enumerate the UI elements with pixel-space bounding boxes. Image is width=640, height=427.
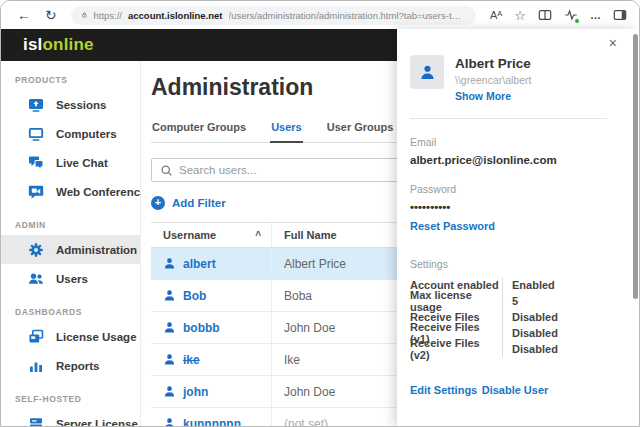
- sidebar-section-products: PRODUCTS: [1, 61, 140, 90]
- column-header-fullname-label: Full Name: [284, 229, 337, 241]
- url-host: account.islonline.net: [128, 10, 223, 21]
- user-icon: [163, 321, 176, 334]
- fullname-text: Boba: [284, 289, 312, 303]
- sidebar-item-label: Sessions: [56, 99, 107, 111]
- username-cell[interactable]: Bob: [151, 280, 271, 311]
- address-bar[interactable]: https://account.islonline.net/users/admi…: [71, 6, 476, 25]
- browser-essentials-icon[interactable]: [564, 8, 578, 22]
- sidebar-item-computers[interactable]: Computers: [1, 119, 140, 148]
- setting-value: Disabled: [502, 341, 558, 357]
- url-path: /users/administration/administration.htm…: [229, 10, 467, 21]
- username-cell[interactable]: kunnnnnn: [151, 408, 271, 427]
- vertical-scrollbar[interactable]: [632, 29, 638, 426]
- panel-user-name: Albert Price: [455, 56, 531, 71]
- close-icon[interactable]: ×: [609, 36, 617, 50]
- favorite-star-icon[interactable]: ☆: [514, 9, 526, 22]
- avatar: [410, 55, 444, 89]
- table-row[interactable]: Bob Boba: [151, 280, 431, 312]
- password-masked-value: ••••••••••: [410, 201, 613, 213]
- sidebar-item-live-chat[interactable]: Live Chat: [1, 148, 140, 177]
- license-usage-icon: [28, 329, 44, 345]
- sidebar-section-selfhosted: SELF-HOSTED: [1, 380, 140, 409]
- reset-password-link[interactable]: Reset Password: [410, 220, 495, 232]
- sidebar-item-users[interactable]: Users: [1, 264, 140, 293]
- sidebar-item-reports[interactable]: Reports: [1, 351, 140, 380]
- disable-user-link[interactable]: Disable User: [482, 384, 549, 396]
- split-screen-icon[interactable]: [538, 8, 552, 22]
- panel-user-domain: \\greencar\albert: [455, 74, 531, 86]
- settings-list: Account enabled Enabled Max license usag…: [410, 277, 613, 357]
- sessions-icon: [28, 97, 44, 113]
- user-icon: [163, 353, 176, 366]
- fullname-text: Ike: [284, 353, 300, 367]
- web-conference-icon: [28, 184, 44, 200]
- table-row[interactable]: bobbb John Doe: [151, 312, 431, 344]
- search-users-box[interactable]: [151, 158, 423, 182]
- setting-value: 5: [502, 293, 518, 309]
- fullname-text: John Doe: [284, 321, 335, 335]
- username-link[interactable]: albert: [183, 257, 216, 271]
- sidebar-item-administration[interactable]: Administration: [1, 235, 140, 264]
- username-link[interactable]: kunnnnnn: [183, 417, 241, 427]
- column-header-username-label: Username: [163, 229, 216, 241]
- table-row[interactable]: ike Ike: [151, 344, 431, 376]
- scrollbar-thumb[interactable]: [633, 34, 638, 299]
- search-users-input[interactable]: [179, 164, 414, 176]
- users-icon: [28, 271, 44, 287]
- username-link[interactable]: Bob: [183, 289, 206, 303]
- username-cell[interactable]: bobbb: [151, 312, 271, 343]
- fullname-text: John Doe: [284, 385, 335, 399]
- table-row[interactable]: john John Doe: [151, 376, 431, 408]
- tab-users[interactable]: Users: [270, 116, 303, 143]
- sidebar-item-server-license[interactable]: Server License: [1, 409, 140, 426]
- user-icon: [163, 289, 176, 302]
- user-icon: [163, 257, 176, 270]
- edit-settings-link[interactable]: Edit Settings: [410, 384, 477, 396]
- sidebar-item-web-conference[interactable]: Web Conference: [1, 177, 140, 206]
- username-link[interactable]: ike: [183, 353, 200, 367]
- show-more-link[interactable]: Show More: [455, 90, 511, 102]
- username-cell[interactable]: john: [151, 376, 271, 407]
- table-row[interactable]: kunnnnnn (not set): [151, 408, 431, 427]
- server-license-icon: [28, 416, 44, 427]
- sidebar-section-admin: ADMIN: [1, 206, 140, 235]
- fullname-text: (not set): [284, 417, 328, 427]
- lock-icon: [81, 9, 88, 21]
- search-icon: [160, 164, 173, 177]
- refresh-icon[interactable]: ↻: [45, 8, 57, 22]
- back-icon[interactable]: ←: [17, 8, 31, 22]
- add-filter-label: Add Filter: [172, 197, 226, 209]
- browser-chrome: ← ↻ https://account.islonline.net/users/…: [1, 1, 639, 29]
- username-link[interactable]: bobbb: [183, 321, 220, 335]
- panel-divider: [410, 118, 607, 119]
- sidebar-item-license-usage[interactable]: License Usage: [1, 322, 140, 351]
- user-icon: [163, 417, 176, 427]
- text-size-icon[interactable]: Aᴬ: [490, 10, 502, 21]
- setting-value: Disabled: [502, 325, 558, 341]
- username-link[interactable]: john: [183, 385, 208, 399]
- panel-user-identity: Albert Price \\greencar\albert Show More: [455, 55, 531, 104]
- sidebar-panel-icon[interactable]: [613, 8, 627, 22]
- email-value: albert.price@islonline.com: [410, 154, 613, 166]
- sidebar-item-label: Computers: [56, 128, 117, 140]
- sidebar-item-label: Administration: [56, 244, 137, 256]
- tab-computer-groups[interactable]: Computer Groups: [151, 116, 247, 142]
- table-row[interactable]: albert Albert Price: [151, 248, 431, 280]
- column-header-username[interactable]: Username ^: [151, 223, 271, 247]
- computers-icon: [28, 126, 44, 142]
- more-menu-icon[interactable]: …: [590, 10, 601, 21]
- user-detail-panel: × Albert Price \\greencar\albert Show Mo…: [397, 29, 639, 426]
- live-chat-icon: [28, 155, 44, 171]
- essentials-status-dot: [574, 18, 580, 24]
- setting-label: Receive Files (v2): [410, 341, 502, 357]
- tab-user-groups[interactable]: User Groups: [326, 116, 395, 142]
- username-cell[interactable]: ike: [151, 344, 271, 375]
- sidebar-item-label: Live Chat: [56, 157, 108, 169]
- panel-user-header: Albert Price \\greencar\albert Show More: [410, 55, 613, 104]
- setting-value: Disabled: [502, 309, 558, 325]
- username-cell[interactable]: albert: [151, 248, 271, 279]
- setting-value: Enabled: [502, 277, 555, 293]
- users-table: Username ^ Full Name albert Albert Price…: [151, 222, 431, 427]
- sidebar-item-sessions[interactable]: Sessions: [1, 90, 140, 119]
- sort-ascending-icon[interactable]: ^: [255, 230, 261, 241]
